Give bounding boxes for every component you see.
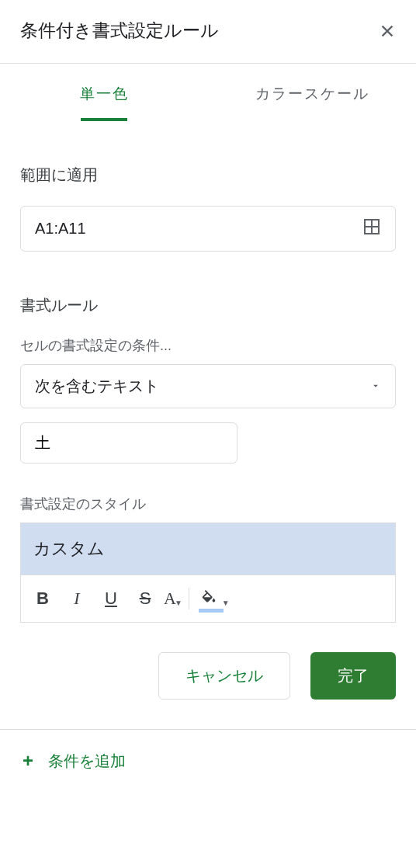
cancel-button[interactable]: キャンセル <box>158 652 290 700</box>
strikethrough-button[interactable]: S <box>130 583 161 614</box>
condition-type-select[interactable]: 次を含むテキスト <box>20 364 396 408</box>
label-apply-range: 範囲に適用 <box>20 165 396 186</box>
label-format-rules: 書式ルール <box>20 295 396 316</box>
add-condition-label: 条件を追加 <box>48 751 126 772</box>
add-condition-button[interactable]: + 条件を追加 <box>0 729 416 792</box>
underline-button[interactable]: U <box>95 583 127 614</box>
bold-button[interactable]: B <box>27 583 58 614</box>
plus-icon: + <box>20 750 36 772</box>
format-toolbar: B I U S A ▼ ▼ <box>20 575 396 623</box>
range-input-container[interactable] <box>20 206 396 252</box>
condition-type-value: 次を含むテキスト <box>35 376 159 397</box>
tab-color-scale[interactable]: カラースケール <box>208 64 416 121</box>
range-input[interactable] <box>35 220 362 238</box>
condition-value-input[interactable] <box>20 422 237 464</box>
close-icon <box>379 23 396 40</box>
tab-single-color[interactable]: 単一色 <box>0 64 208 121</box>
toolbar-divider <box>189 588 189 609</box>
done-button[interactable]: 完了 <box>310 652 396 700</box>
label-formatting-style: 書式設定のスタイル <box>20 495 396 513</box>
close-button[interactable] <box>379 23 396 40</box>
paint-bucket-icon <box>200 590 217 607</box>
label-format-condition: セルの書式設定の条件... <box>20 336 396 355</box>
italic-button[interactable]: I <box>61 583 92 614</box>
panel-title: 条件付き書式設定ルール <box>20 19 219 43</box>
grid-select-icon[interactable] <box>362 217 381 240</box>
text-color-button[interactable]: A ▼ <box>164 583 182 614</box>
fill-color-button[interactable]: ▼ <box>196 583 234 614</box>
chevron-down-icon: ▼ <box>175 599 182 607</box>
chevron-down-icon <box>370 377 381 395</box>
chevron-down-icon: ▼ <box>222 599 230 607</box>
style-preview: カスタム <box>20 523 396 575</box>
